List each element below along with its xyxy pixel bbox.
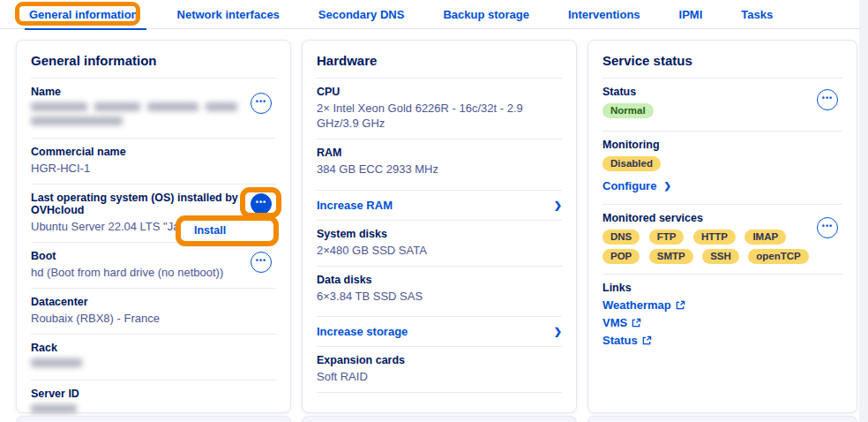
- redacted-value: [147, 102, 198, 111]
- monitored-services-row: Monitored services DNS FTP HTTP IMAP POP…: [602, 205, 842, 275]
- monitored-services-label: Monitored services: [602, 212, 842, 224]
- service-badge-ftp: FTP: [649, 230, 685, 245]
- redacted-name-line-2: [31, 117, 276, 125]
- card-title: Hardware: [317, 41, 562, 79]
- redacted-name-line-1: [31, 102, 276, 111]
- external-link-icon: [632, 318, 641, 328]
- os-actions-menu: Install: [181, 221, 273, 241]
- expansion-cards-label: Expansion cards: [317, 354, 562, 366]
- tab-label: Backup storage: [443, 8, 529, 21]
- tab-secondary-dns[interactable]: Secondary DNS: [318, 0, 405, 29]
- service-badge-ssh: SSH: [702, 249, 739, 264]
- system-disks-value: 2×480 GB SSD SATA: [317, 244, 562, 259]
- tab-backup-storage[interactable]: Backup storage: [443, 0, 529, 29]
- tab-label: IPMI: [679, 8, 703, 21]
- cpu-value: 2× Intel Xeon Gold 6226R - 16c/32t - 2.9…: [317, 102, 562, 132]
- card-title: General information: [31, 41, 276, 79]
- service-badge-opentcp: openTCP: [748, 249, 808, 264]
- commercial-name-row: Commercial name HGR-HCI-1: [31, 139, 276, 185]
- redacted-rack: [31, 358, 276, 367]
- redacted-server-id: [31, 404, 276, 413]
- boot-label: Boot: [31, 250, 276, 262]
- status-actions-button[interactable]: •••: [817, 89, 838, 110]
- next-row-card-top: [302, 416, 577, 422]
- ram-value: 384 GB ECC 2933 MHz: [317, 162, 562, 177]
- install-menu-item[interactable]: Install: [194, 224, 226, 237]
- monitoring-row: Monitoring Disabled Configure ❯: [602, 132, 842, 205]
- datacenter-value: Roubaix (RBX8) - France: [31, 312, 276, 327]
- data-disks-label: Data disks: [317, 274, 562, 286]
- ram-row: RAM 384 GB ECC 2933 MHz: [317, 139, 562, 191]
- configure-label: Configure: [602, 179, 656, 192]
- tab-label: Secondary DNS: [318, 8, 405, 21]
- chevron-right-icon: ❯: [554, 200, 562, 211]
- redacted-value: [31, 404, 77, 413]
- weathermap-label: Weathermap: [602, 298, 671, 312]
- os-actions-button[interactable]: •••: [251, 193, 272, 215]
- tab-label: Interventions: [568, 8, 640, 21]
- last-os-row: Last operating system (OS) installed by …: [31, 185, 276, 243]
- tab-general-information[interactable]: General information: [29, 0, 138, 29]
- redacted-value: [94, 102, 140, 111]
- boot-actions-button[interactable]: •••: [251, 252, 272, 273]
- next-row-card-top: [16, 416, 291, 422]
- cpu-row: CPU 2× Intel Xeon Gold 6226R - 16c/32t -…: [317, 79, 562, 139]
- redacted-value: [31, 102, 87, 111]
- tab-label: General information: [29, 8, 138, 21]
- service-status-card: Service status Status Normal ••• Monitor…: [587, 40, 857, 413]
- service-badges: DNS FTP HTTP IMAP POP SMTP SSH openTCP: [602, 228, 823, 267]
- name-actions-button[interactable]: •••: [251, 93, 272, 114]
- chevron-right-icon: ❯: [554, 326, 562, 337]
- next-row-card-top: [587, 416, 857, 422]
- chevron-right-icon: ❯: [663, 181, 670, 191]
- tab-ipmi[interactable]: IPMI: [679, 0, 703, 29]
- increase-storage-label: Increase storage: [317, 325, 408, 338]
- service-badge-smtp: SMTP: [649, 249, 693, 264]
- weathermap-link[interactable]: Weathermap: [602, 298, 842, 312]
- status-link-label: Status: [602, 334, 638, 347]
- vms-label: VMS: [602, 316, 627, 329]
- links-row: Links Weathermap VMS Status: [602, 275, 842, 354]
- page-edge-strip: [859, 0, 868, 422]
- redacted-value: [31, 117, 123, 125]
- ram-label: RAM: [317, 147, 562, 159]
- service-badge-http: HTTP: [693, 230, 736, 245]
- last-os-label: Last operating system (OS) installed by …: [31, 192, 276, 216]
- service-badge-imap: IMAP: [745, 230, 786, 245]
- general-information-card: General information Name ••• Commercial …: [16, 40, 291, 413]
- redacted-value: [206, 102, 237, 111]
- tab-label: Tasks: [741, 8, 773, 21]
- commercial-name-value: HGR-HCI-1: [31, 162, 276, 177]
- expansion-cards-value: Soft RAID: [317, 370, 562, 385]
- status-label: Status: [602, 86, 842, 98]
- data-disks-row: Data disks 6×3.84 TB SSD SAS: [317, 267, 562, 318]
- tab-tasks[interactable]: Tasks: [741, 0, 773, 29]
- service-badge-pop: POP: [602, 249, 640, 264]
- external-link-icon: [642, 335, 652, 345]
- server-id-label: Server ID: [31, 388, 276, 400]
- external-link-icon: [676, 300, 685, 310]
- expansion-cards-row: Expansion cards Soft RAID: [317, 347, 562, 393]
- rack-label: Rack: [31, 342, 276, 354]
- data-disks-value: 6×3.84 TB SSD SAS: [317, 290, 562, 305]
- increase-ram-label: Increase RAM: [317, 199, 393, 212]
- redacted-value: [31, 358, 82, 367]
- datacenter-label: Datacenter: [31, 296, 276, 308]
- system-disks-label: System disks: [317, 228, 562, 240]
- monitoring-label: Monitoring: [602, 139, 842, 151]
- status-row: Status Normal •••: [602, 79, 842, 132]
- increase-ram-link[interactable]: Increase RAM ❯: [317, 191, 562, 221]
- monitoring-badge: Disabled: [602, 156, 661, 171]
- vms-link[interactable]: VMS: [602, 316, 842, 329]
- boot-value: hd (Boot from hard drive (no netboot)): [31, 266, 276, 281]
- configure-link[interactable]: Configure ❯: [602, 179, 671, 192]
- name-row: Name •••: [31, 79, 276, 139]
- tab-interventions[interactable]: Interventions: [568, 0, 640, 29]
- cards-row: General information Name ••• Commercial …: [16, 40, 857, 413]
- tab-bar: General information Network interfaces S…: [0, 0, 859, 29]
- status-link[interactable]: Status: [602, 334, 842, 347]
- increase-storage-link[interactable]: Increase storage ❯: [317, 317, 562, 347]
- tab-network-interfaces[interactable]: Network interfaces: [177, 0, 280, 29]
- monitored-services-actions-button[interactable]: •••: [817, 217, 838, 238]
- cpu-label: CPU: [317, 86, 562, 98]
